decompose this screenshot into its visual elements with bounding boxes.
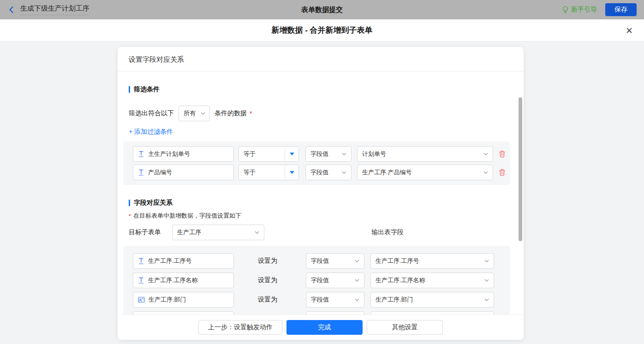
filter-value-select[interactable]: 生产工序.产品编号 [357,165,493,180]
field-mapping-row: 生产工序.工序号 设置为 字段值 生产工序.工序号 [133,253,510,269]
chevron-down-icon [201,112,205,115]
chevron-down-icon [483,153,488,155]
filter-intro-prefix: 筛选出符合以下 [129,109,174,118]
mapping-description: * 在目标表单中新增数据，字段值设置如下 [129,212,524,220]
card-footer: 上一步：设置触发动作 完成 其他设置 [118,314,524,340]
other-settings-button[interactable]: 其他设置 [367,320,443,335]
value-type-select[interactable]: 字段值 [306,292,364,308]
required-asterisk: * [129,213,131,219]
target-subform-label: 目标子表单 [129,228,161,237]
value-type-select[interactable]: 字段值 [306,253,364,269]
mapping-field-input[interactable]: 生产工序.部门 [133,292,234,308]
output-field-select[interactable]: 生产工序.工序名称 [370,273,494,288]
delete-condition-button[interactable] [499,150,506,158]
value-type-select[interactable]: 字段值 [305,146,352,162]
chevron-down-icon [484,298,489,301]
filter-section-title: 筛选条件 [129,85,524,94]
chevron-down-icon [255,231,259,234]
triangle-down-icon [290,171,294,174]
required-asterisk: * [250,110,252,117]
mapping-field-input[interactable]: 生产工序.工序号 [133,253,234,269]
modal-header: 新增数据 - 合并新增到子表单 ✕ [0,19,644,42]
text-field-icon [138,151,144,157]
chevron-down-icon [342,171,346,174]
target-subform-row: 目标子表单 生产工序 输出表字段 [129,225,524,240]
beginner-guide-link[interactable]: 新手引导 [562,6,597,14]
filter-field-input[interactable]: 产品编号 [133,165,234,180]
set-as-label: 设置为 [258,257,278,265]
beginner-guide-label: 新手引导 [571,6,597,14]
operator-dropdown-toggle[interactable] [285,147,298,161]
page-title: 表单数据提交 [0,6,644,14]
target-subform-select[interactable]: 生产工序 [172,225,264,240]
chevron-down-icon [483,171,488,174]
filter-condition-row: 产品编号 等于 字段值 生产工序.产品编号 [133,165,510,180]
section-accent-bar [129,86,130,93]
filter-conditions-group: 主生产计划单号 等于 字段值 计划单号 产品编号 等于 字段值 [123,142,510,185]
mapping-field-input[interactable]: 生产工序.负责工人 [133,311,234,314]
section-accent-bar [129,200,130,206]
triangle-down-icon [290,153,294,155]
settings-card: 设置字段对应关系 筛选条件 筛选出符合以下 所有 条件的数据 * + 添加过滤条… [118,47,524,340]
filter-intro-suffix: 条件的数据 [215,109,247,118]
filter-intro-row: 筛选出符合以下 所有 条件的数据 * [129,106,524,121]
output-field-select[interactable]: 生产工序.工序号 [370,253,494,269]
field-mapping-row: 生产工序.负责工人 设置为 字段值 生产工序.负责工人 [133,311,510,314]
card-title: 设置字段对应关系 [118,47,524,71]
department-field-icon [138,297,145,303]
match-mode-select[interactable]: 所有 [179,106,210,121]
chevron-down-icon [355,260,359,262]
chevron-down-icon [484,279,489,282]
scrollbar-thumb[interactable] [519,97,522,241]
mapping-section-title: 字段对应关系 [129,199,524,207]
back-button[interactable] [7,6,16,14]
breadcrumb[interactable]: 生成下级生产计划工序 [20,4,89,15]
top-bar: 生成下级生产计划工序 表单数据提交 新手引导 保存 [0,0,644,19]
text-field-icon [138,169,144,176]
lightbulb-icon [562,6,569,14]
chevron-down-icon [355,298,359,301]
filter-field-input[interactable]: 主生产计划单号 [133,146,234,162]
chevron-down-icon [342,153,346,155]
text-field-icon [138,277,144,284]
save-button[interactable]: 保存 [605,3,637,16]
filter-condition-row: 主生产计划单号 等于 字段值 计划单号 [133,146,510,162]
close-icon[interactable]: ✕ [626,26,633,35]
field-mapping-group: 生产工序.工序号 设置为 字段值 生产工序.工序号 生产工序.工序名称 设置为 … [123,246,510,314]
value-type-select[interactable]: 字段值 [306,273,364,288]
finish-button[interactable]: 完成 [286,320,363,335]
modal-body: 设置字段对应关系 筛选条件 筛选出符合以下 所有 条件的数据 * + 添加过滤条… [0,47,644,344]
chevron-down-icon [484,260,489,262]
value-type-select[interactable]: 字段值 [305,165,352,180]
field-mapping-row: 生产工序.部门 设置为 字段值 生产工序.部门 [133,292,510,308]
operator-dropdown-toggle[interactable] [285,165,298,180]
trash-icon [499,150,506,158]
set-as-label: 设置为 [258,296,278,304]
field-mapping-row: 生产工序.工序名称 设置为 字段值 生产工序.工序名称 [133,273,510,288]
filter-value-select[interactable]: 计划单号 [357,146,493,162]
chevron-left-icon [7,6,16,14]
add-filter-condition-link[interactable]: + 添加过滤条件 [129,128,173,136]
trash-icon [499,169,506,176]
operator-select[interactable]: 等于 [239,146,299,162]
set-as-label: 设置为 [258,276,278,285]
previous-step-button[interactable]: 上一步：设置触发动作 [198,320,282,335]
output-field-select[interactable]: 生产工序.部门 [370,292,494,308]
card-content: 筛选条件 筛选出符合以下 所有 条件的数据 * + 添加过滤条件 主生产计划单号… [118,71,524,314]
value-type-select[interactable]: 字段值 [306,311,364,314]
operator-select[interactable]: 等于 [239,165,299,180]
delete-condition-button[interactable] [499,169,506,176]
modal-title: 新增数据 - 合并新增到子表单 [271,25,372,36]
mapping-field-input[interactable]: 生产工序.工序名称 [133,273,234,288]
chevron-down-icon [355,279,359,282]
output-field-column-label: 输出表字段 [371,228,404,237]
text-field-icon [138,258,144,264]
output-field-select[interactable]: 生产工序.负责工人 [370,311,494,314]
